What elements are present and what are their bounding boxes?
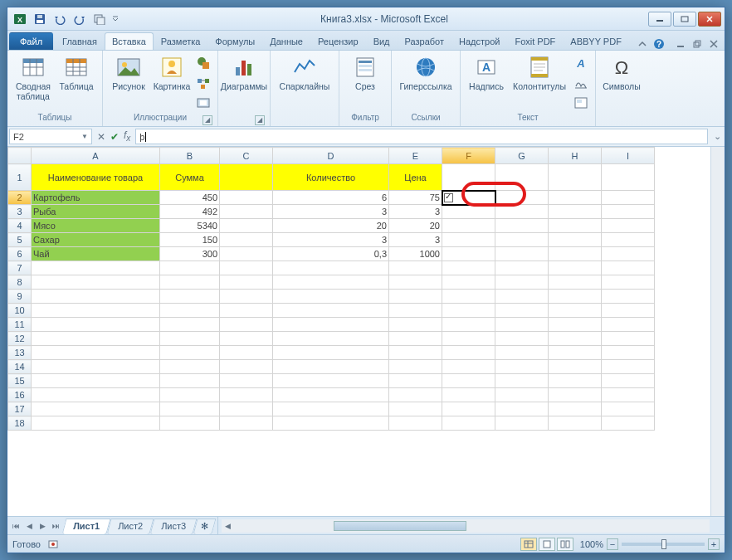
tab-abbyy[interactable]: ABBYY PDF (563, 32, 629, 50)
cell[interactable] (549, 346, 602, 360)
cell[interactable]: Картофель (32, 191, 160, 205)
cell[interactable]: 20 (273, 219, 389, 233)
vertical-scrollbar[interactable] (710, 147, 725, 516)
qat-customize-icon[interactable] (110, 10, 120, 28)
cell[interactable] (220, 233, 273, 247)
cell[interactable] (602, 304, 655, 318)
row-header[interactable]: 16 (8, 388, 32, 402)
sheet-nav-last-icon[interactable]: ⏭ (49, 519, 62, 533)
cell[interactable]: 5340 (160, 219, 220, 233)
sheet-nav-next-icon[interactable]: ▶ (36, 519, 49, 533)
cell[interactable] (549, 360, 602, 374)
cell[interactable] (549, 205, 602, 219)
cell[interactable] (495, 332, 549, 346)
tab-layout[interactable]: Разметка (154, 32, 208, 50)
tab-developer[interactable]: Разработ (398, 32, 451, 50)
row-header[interactable]: 4 (8, 219, 32, 233)
cell[interactable] (495, 374, 549, 388)
cell[interactable] (273, 304, 389, 318)
cell[interactable] (160, 304, 220, 318)
macro-record-icon[interactable] (47, 538, 59, 550)
cell[interactable]: 20 (389, 219, 442, 233)
cell[interactable] (220, 191, 273, 205)
cell[interactable] (442, 360, 495, 374)
cell[interactable] (220, 318, 273, 332)
cell[interactable] (389, 318, 442, 332)
cell[interactable] (442, 332, 495, 346)
tab-data[interactable]: Данные (262, 32, 310, 50)
cell[interactable] (442, 374, 495, 388)
cell[interactable] (495, 416, 549, 431)
cell[interactable] (602, 402, 655, 416)
cell[interactable] (32, 374, 160, 388)
cell[interactable] (220, 304, 273, 318)
cell[interactable] (549, 191, 602, 205)
save-icon[interactable] (31, 10, 49, 28)
cell[interactable] (160, 416, 220, 431)
sheet-grid[interactable]: A B C D E F G H I 1Наименование товараСу… (7, 147, 725, 516)
col-header[interactable]: F (442, 148, 495, 164)
undo-icon[interactable] (51, 10, 69, 28)
table-button[interactable]: Таблица (56, 52, 97, 94)
headerfooter-button[interactable]: Колонтитулы (509, 52, 570, 94)
cell[interactable] (549, 275, 602, 290)
cell[interactable] (220, 346, 273, 360)
cell[interactable] (220, 290, 273, 304)
cell[interactable] (442, 261, 495, 275)
tab-addins[interactable]: Надстрой (451, 32, 507, 50)
cell[interactable] (495, 219, 549, 233)
cell[interactable] (220, 164, 273, 191)
cell[interactable]: 300 (160, 247, 220, 261)
cell[interactable] (442, 275, 495, 290)
cell[interactable] (160, 290, 220, 304)
cell[interactable]: 492 (160, 205, 220, 219)
expand-formula-icon[interactable]: ⌄ (710, 127, 725, 146)
cell[interactable] (495, 318, 549, 332)
picture-button[interactable]: Рисунок (108, 52, 149, 94)
cell[interactable] (389, 261, 442, 275)
col-header[interactable]: A (32, 148, 160, 164)
cell[interactable] (602, 261, 655, 275)
active-cell[interactable] (442, 191, 495, 205)
col-header[interactable]: H (549, 148, 602, 164)
screenshot-icon[interactable] (194, 94, 212, 112)
cell[interactable] (442, 290, 495, 304)
tab-view[interactable]: Вид (366, 32, 398, 50)
cell[interactable]: 6 (273, 191, 389, 205)
sheet-tab[interactable]: Лист1 (61, 519, 110, 534)
cell[interactable] (220, 332, 273, 346)
page-layout-view-icon[interactable] (539, 538, 555, 551)
cell[interactable] (495, 191, 549, 205)
column-headers[interactable]: A B C D E F G H I (8, 148, 655, 164)
cell[interactable] (220, 360, 273, 374)
doc-restore-icon[interactable] (691, 38, 703, 50)
row-header[interactable]: 1 (8, 164, 32, 191)
cell[interactable] (495, 388, 549, 402)
cell[interactable]: Количество (273, 164, 389, 191)
row-header[interactable]: 17 (8, 402, 32, 416)
sheet-tab[interactable]: Лист3 (150, 519, 198, 534)
cell[interactable]: 150 (160, 233, 220, 247)
doc-minimize-icon[interactable] (675, 38, 686, 50)
cell[interactable] (273, 275, 389, 290)
row-header[interactable]: 6 (8, 247, 32, 261)
name-box[interactable]: F2▼ (9, 129, 92, 144)
cell[interactable] (549, 374, 602, 388)
cell[interactable] (602, 332, 655, 346)
cell[interactable] (549, 233, 602, 247)
cell[interactable] (442, 219, 495, 233)
cell[interactable]: 3 (273, 205, 389, 219)
cell[interactable] (389, 304, 442, 318)
cell[interactable]: 3 (389, 205, 442, 219)
cell[interactable] (442, 247, 495, 261)
cell[interactable] (442, 416, 495, 431)
smartart-icon[interactable] (194, 74, 212, 92)
cell[interactable] (160, 261, 220, 275)
zoom-in-icon[interactable]: + (708, 538, 720, 550)
new-sheet-button[interactable]: ✻ (193, 519, 217, 534)
cell[interactable] (220, 261, 273, 275)
cell[interactable] (220, 275, 273, 290)
sparklines-button[interactable]: Спарклайны (276, 52, 334, 94)
cell[interactable] (602, 318, 655, 332)
cell[interactable] (442, 233, 495, 247)
